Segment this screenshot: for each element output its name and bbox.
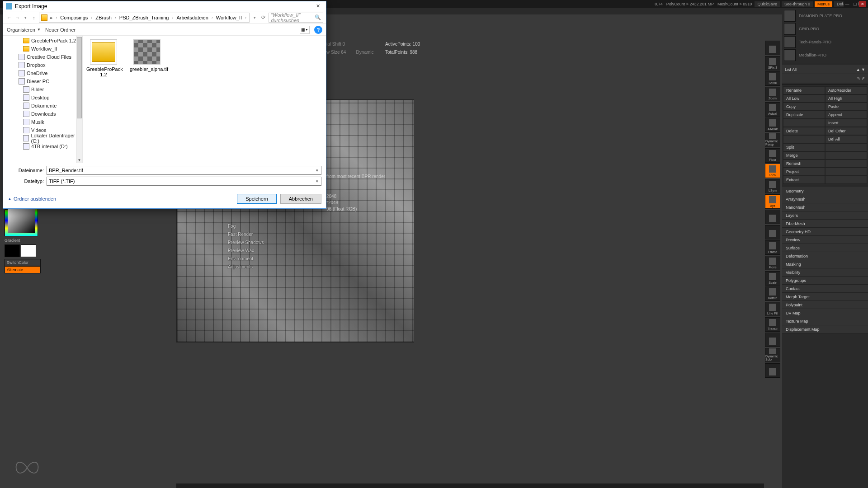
list-all-button[interactable]: List All ▲ ▼ xyxy=(782,65,868,74)
shelf-button[interactable] xyxy=(765,225,780,239)
shelf-button[interactable]: Frame xyxy=(765,240,780,255)
breadcrumb-segment[interactable]: Arbeitsdateien xyxy=(175,15,209,20)
alpha-thumb[interactable] xyxy=(784,36,796,48)
swatch-black[interactable] xyxy=(5,244,20,257)
window-close-icon[interactable]: ✕ xyxy=(859,1,866,7)
breadcrumb-segment[interactable]: Composings xyxy=(59,15,89,20)
quicksave-button[interactable]: QuickSave xyxy=(755,1,780,7)
subtool-button[interactable]: Insert xyxy=(825,119,867,127)
alpha-thumb[interactable] xyxy=(784,10,796,22)
tree-item[interactable]: GreebleProPack 1.2 xyxy=(3,37,82,45)
shelf-button[interactable] xyxy=(765,363,780,378)
subtool-button[interactable]: All High xyxy=(825,94,867,103)
accordion-header[interactable]: Texture Map xyxy=(782,317,868,325)
view-mode-button[interactable]: ▦ ▼ xyxy=(300,26,310,34)
new-folder-button[interactable]: Neuer Ordner xyxy=(45,27,75,33)
recent-dropdown[interactable]: ▾ xyxy=(23,14,29,22)
filename-dropdown-icon[interactable]: ▾ xyxy=(314,167,320,174)
accordion-header[interactable]: Geometry HD xyxy=(782,228,868,236)
swatch-white[interactable] xyxy=(21,244,36,257)
shelf-button[interactable]: Dynamic Solo xyxy=(765,348,780,362)
search-icon[interactable]: 🔍 xyxy=(315,14,321,20)
subtool-button[interactable]: Del Other xyxy=(825,127,867,135)
color-picker[interactable] xyxy=(5,205,38,236)
shelf-button[interactable]: Line Fill xyxy=(765,302,780,316)
subtool-button[interactable]: Extract xyxy=(783,176,825,184)
accordion-header[interactable]: NanoMesh xyxy=(782,203,868,211)
tree-item[interactable]: Creative Cloud Files xyxy=(3,53,82,61)
breadcrumb-segment[interactable]: Workflow_II xyxy=(215,15,243,20)
accordion-header[interactable]: Layers xyxy=(782,211,868,220)
alpha-thumb[interactable] xyxy=(784,49,796,61)
subtool-button[interactable]: Project xyxy=(783,168,825,176)
accordion-header[interactable]: Masking xyxy=(782,260,868,268)
subtool-button[interactable]: AutoReorder xyxy=(825,86,867,94)
accordion-header[interactable]: Geometry xyxy=(782,187,868,195)
breadcrumb-segment[interactable]: ZBrush xyxy=(94,15,113,20)
render-menu-item[interactable]: Preview Wax xyxy=(228,247,264,255)
file-item[interactable]: GreebleProPack 1.2 xyxy=(86,39,121,77)
shelf-button[interactable] xyxy=(765,41,780,55)
render-menu-item[interactable]: Preview Shadows xyxy=(228,239,264,247)
subtool-button[interactable]: All Low xyxy=(783,94,825,103)
shelf-button[interactable]: AAHalf xyxy=(765,117,780,132)
tree-item[interactable]: Dokumente xyxy=(3,102,82,110)
close-icon[interactable]: ✕ xyxy=(312,3,323,10)
shelf-button[interactable]: Floor xyxy=(765,148,780,163)
cancel-button[interactable]: Abbrechen xyxy=(280,194,321,204)
nav-row[interactable]: ↰ ↱ xyxy=(782,74,868,83)
subtool-button[interactable]: Rename xyxy=(783,86,825,94)
accordion-header[interactable]: Deformation xyxy=(782,252,868,260)
file-item[interactable]: greebler_alpha.tif xyxy=(130,39,164,72)
tree-item[interactable]: Desktop xyxy=(3,94,82,102)
subtool-button[interactable]: Append xyxy=(825,111,867,119)
breadcrumb[interactable]: « ›Composings›ZBrush›PSD_ZBrush_Training… xyxy=(39,13,250,23)
shelf-button[interactable]: SPix 3 xyxy=(765,56,780,70)
accordion-header[interactable]: UV Map xyxy=(782,309,868,317)
accordion-header[interactable]: Surface xyxy=(782,244,868,252)
subtool-button[interactable]: Del All xyxy=(825,135,867,143)
shelf-button[interactable]: Transp xyxy=(765,317,780,332)
accordion-header[interactable]: Polygroups xyxy=(782,277,868,285)
shelf-button[interactable]: Scroll xyxy=(765,71,780,86)
tree-item[interactable]: OneDrive xyxy=(3,69,82,77)
accordion-header[interactable]: Preview xyxy=(782,236,868,244)
up-button[interactable]: ↑ xyxy=(31,14,37,22)
accordion-header[interactable]: Morph Target xyxy=(782,293,868,301)
window-max-icon[interactable]: ▢ xyxy=(851,1,859,7)
shelf-button[interactable]: Dynamic Persp xyxy=(765,133,780,147)
subtool-button[interactable]: Copy xyxy=(783,103,825,111)
subtool-button[interactable]: Remesh xyxy=(783,160,825,168)
subtool-button[interactable]: Paste xyxy=(825,103,867,111)
shelf-button[interactable]: Move xyxy=(765,256,780,270)
shelf-button[interactable]: Xyz xyxy=(765,194,780,209)
alpha-thumb[interactable] xyxy=(784,23,796,35)
accordion-header[interactable]: Contact xyxy=(782,285,868,293)
shelf-button[interactable]: Rotate xyxy=(765,286,780,301)
refresh-button[interactable]: ⟳ xyxy=(259,14,267,20)
subtool-button[interactable]: Merge xyxy=(783,151,825,160)
menus-toggle[interactable]: Menus xyxy=(815,1,832,7)
accordion-header[interactable]: Polypaint xyxy=(782,301,868,309)
shelf-button[interactable]: Actual xyxy=(765,102,780,117)
render-menu-item[interactable]: Adjustments xyxy=(228,263,264,271)
search-input[interactable]: "Workflow_II" durchsuchen 🔍 xyxy=(269,13,323,23)
tree-item[interactable]: Workflow_II xyxy=(3,45,82,53)
forward-button[interactable]: → xyxy=(14,14,20,22)
breadcrumb-segment[interactable]: PSD_ZBrush_Training xyxy=(118,15,170,20)
filetype-dropdown-icon[interactable]: ▾ xyxy=(314,178,320,184)
help-icon[interactable]: ? xyxy=(314,26,322,34)
shelf-button[interactable]: Scale xyxy=(765,271,780,286)
tree-item[interactable]: Downloads xyxy=(3,110,82,118)
render-menu-item[interactable]: Fog xyxy=(228,222,264,230)
subtool-button[interactable]: Delete xyxy=(783,127,825,135)
save-button[interactable]: Speichern xyxy=(237,194,277,204)
accordion-header[interactable]: Displacement Map xyxy=(782,325,868,333)
accordion-header[interactable]: ArrayMesh xyxy=(782,195,868,203)
shelf-button[interactable]: Local xyxy=(765,164,780,178)
hide-folders-button[interactable]: ▲ Ordner ausblenden xyxy=(8,196,56,202)
tree-item[interactable]: Musik xyxy=(3,118,82,126)
seethrough-slider[interactable]: See-through 0 xyxy=(782,1,813,7)
shelf-button[interactable]: Zoom xyxy=(765,87,780,101)
subtool-button[interactable]: Split xyxy=(783,143,825,151)
